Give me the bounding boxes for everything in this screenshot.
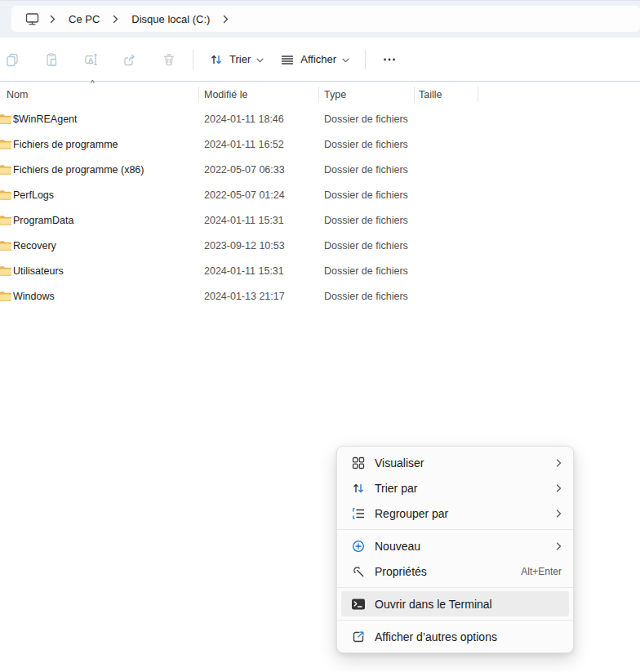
copy-icon	[4, 51, 20, 68]
chevron-right-icon	[556, 509, 562, 518]
column-divider[interactable]	[318, 87, 319, 102]
column-header-size[interactable]: Taille	[419, 82, 468, 107]
file-row-recovery[interactable]: Recovery 2023-09-12 10:53 Dossier de fic…	[0, 234, 640, 259]
view-button-label: Afficher	[300, 53, 336, 65]
rename-button[interactable]: A	[74, 45, 107, 74]
chevron-right-icon	[113, 15, 118, 24]
file-row-utilisateurs[interactable]: Utilisateurs 2024-01-11 15:31 Dossier de…	[0, 259, 640, 284]
menu-separator	[337, 587, 573, 588]
chevron-right-icon	[556, 483, 562, 493]
view-button[interactable]: Afficher	[272, 45, 358, 74]
ellipsis-icon	[381, 51, 398, 68]
sort-arrows-icon	[350, 481, 367, 496]
menu-item-afficher-autres-options[interactable]: Afficher d’autres options	[337, 624, 573, 649]
breadcrumb-item-ce-pc[interactable]: Ce PC	[64, 11, 104, 28]
column-divider[interactable]	[198, 87, 199, 102]
view-lines-icon	[280, 52, 295, 67]
toolbar-divider	[365, 50, 366, 69]
wrench-icon	[350, 564, 367, 579]
paste-button[interactable]	[35, 45, 68, 74]
chevron-right-icon	[556, 541, 562, 551]
more-options-icon	[350, 630, 367, 644]
share-icon	[122, 51, 138, 68]
folder-icon	[0, 140, 11, 149]
grid-view-icon	[350, 456, 367, 470]
column-divider[interactable]	[478, 87, 478, 102]
file-list: $WinREAgent 2024-01-11 18:46 Dossier de …	[0, 107, 640, 309]
folder-icon	[0, 216, 11, 225]
menu-item-trier-par[interactable]: Trier par	[337, 475, 573, 501]
menu-item-ouvrir-terminal[interactable]: Ouvrir dans le Terminal	[341, 591, 569, 616]
share-button[interactable]	[113, 45, 146, 74]
file-row-fichiers-de-programme[interactable]: Fichiers de programme 2024-01-11 16:52 D…	[0, 132, 640, 158]
column-header-type[interactable]: Type	[324, 82, 406, 107]
chevron-right-icon	[556, 458, 562, 468]
breadcrumb-item-disque-local-c[interactable]: Disque local (C:)	[127, 11, 215, 28]
menu-separator	[337, 620, 573, 621]
toolbar-divider	[193, 50, 193, 69]
terminal-icon	[350, 598, 367, 611]
column-header-modified[interactable]: Modifié le	[204, 82, 310, 107]
command-toolbar: A	[0, 38, 640, 82]
folder-icon	[0, 241, 11, 251]
folder-icon	[0, 190, 11, 200]
svg-text:A: A	[88, 56, 94, 64]
this-pc-monitor-icon	[24, 11, 40, 26]
chevron-down-icon	[256, 58, 264, 63]
delete-button[interactable]	[153, 45, 185, 74]
folder-icon	[0, 266, 11, 276]
menu-item-regrouper-par[interactable]: Regrouper par	[337, 501, 573, 526]
column-header-row: ^ Nom Modifié le Type Taille	[0, 82, 640, 107]
column-header-name[interactable]: Nom	[7, 82, 190, 107]
chevron-right-icon[interactable]	[223, 15, 229, 24]
menu-item-visualiser[interactable]: Visualiser	[337, 450, 573, 475]
column-divider[interactable]	[414, 87, 415, 102]
group-by-icon	[350, 506, 367, 521]
rename-icon: A	[82, 51, 99, 68]
address-bar: Ce PC Disque local (C:)	[0, 0, 640, 38]
sort-arrows-icon	[209, 52, 224, 67]
menu-item-proprietes[interactable]: Propriétés Alt+Enter	[337, 559, 573, 584]
chevron-down-icon	[342, 58, 349, 63]
folder-icon	[0, 291, 11, 301]
copy-button[interactable]	[0, 45, 29, 74]
chevron-right-icon	[50, 15, 56, 24]
file-row-winreagent[interactable]: $WinREAgent 2024-01-11 18:46 Dossier de …	[0, 107, 640, 132]
context-menu: Visualiser Trier par	[336, 446, 574, 653]
shortcut-label: Alt+Enter	[521, 566, 562, 577]
menu-item-nouveau[interactable]: Nouveau	[337, 533, 573, 559]
delete-trash-icon	[161, 51, 177, 68]
folder-icon	[0, 165, 11, 175]
sort-button-label: Trier	[229, 53, 251, 65]
file-row-fichiers-de-programme-x86[interactable]: Fichiers de programme (x86) 2022-05-07 0…	[0, 158, 640, 183]
sort-button[interactable]: Trier	[201, 45, 272, 74]
file-row-programdata[interactable]: ProgramData 2024-01-11 15:31 Dossier de …	[0, 208, 640, 234]
new-plus-icon	[350, 539, 367, 554]
folder-icon	[0, 114, 11, 124]
file-explorer-window: Ce PC Disque local (C:)	[0, 0, 640, 672]
menu-separator	[337, 529, 573, 530]
breadcrumb: Ce PC Disque local (C:)	[11, 6, 640, 32]
more-options-button[interactable]	[373, 45, 406, 74]
file-row-perflogs[interactable]: PerfLogs 2022-05-07 01:24 Dossier de fic…	[0, 183, 640, 208]
file-row-windows[interactable]: Windows 2024-01-13 21:17 Dossier de fich…	[0, 284, 640, 309]
paste-icon	[43, 51, 60, 68]
